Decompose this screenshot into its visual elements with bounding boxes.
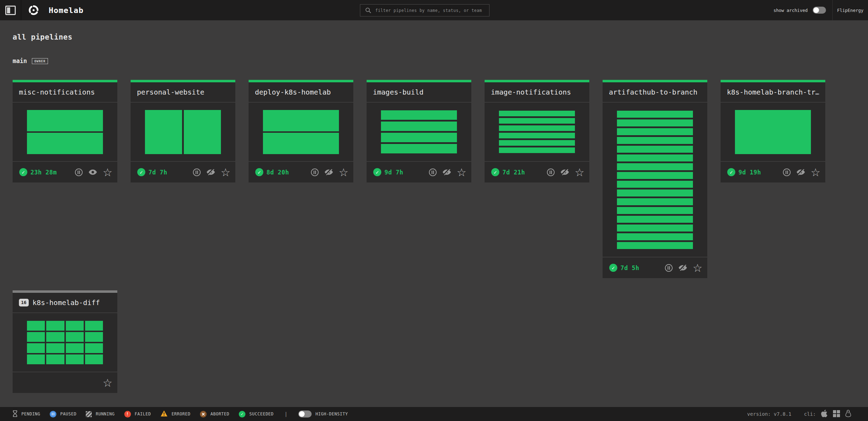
- pipeline-preview-area[interactable]: [13, 103, 117, 161]
- visibility-toggle-button[interactable]: [560, 169, 569, 175]
- sidebar-toggle-button[interactable]: [5, 6, 16, 15]
- job-box: [381, 144, 457, 153]
- visibility-toggle-button[interactable]: [206, 169, 215, 175]
- pause-circle-icon: [50, 411, 56, 417]
- pipeline-card-misc-notifications[interactable]: misc-notifications ✓ 23h 28m ☆: [13, 80, 117, 182]
- concourse-logo-icon[interactable]: [27, 3, 40, 17]
- instance-group-footer: ☆: [13, 372, 117, 393]
- pipeline-status-banner: [367, 80, 471, 82]
- check-circle-icon: ✓: [239, 411, 245, 417]
- visibility-toggle-button[interactable]: [88, 169, 97, 175]
- instance-group-card-k8s-homelab-diff[interactable]: 16 k8s-homelab-diff ☆: [13, 290, 117, 393]
- pipeline-name: images-build: [373, 88, 424, 96]
- job-box: [617, 146, 693, 153]
- pipeline-preview-area[interactable]: [367, 103, 471, 161]
- last-run-duration: 7d 7h: [148, 169, 167, 176]
- job-box: [85, 354, 103, 364]
- apple-cli-icon[interactable]: [821, 410, 828, 418]
- favorite-star-button[interactable]: ☆: [575, 168, 584, 177]
- pipeline-card-footer: ✓ 7d 7h ☆: [131, 162, 235, 182]
- pause-pipeline-button[interactable]: [311, 168, 319, 177]
- pipeline-status-banner: [13, 80, 117, 82]
- pipeline-preview-area[interactable]: [603, 103, 707, 257]
- visibility-toggle-button[interactable]: [442, 169, 451, 175]
- job-box: [145, 110, 182, 154]
- favorite-star-button[interactable]: ☆: [103, 378, 112, 387]
- favorite-star-button[interactable]: ☆: [811, 168, 820, 177]
- pipeline-preview-area[interactable]: [485, 103, 589, 161]
- warning-triangle-icon: [160, 410, 168, 418]
- linux-cli-icon[interactable]: [845, 410, 851, 418]
- instance-group-header[interactable]: 16 k8s-homelab-diff: [13, 293, 117, 312]
- user-menu[interactable]: FlipEnergy: [833, 8, 868, 13]
- pause-pipeline-button[interactable]: [665, 264, 673, 272]
- favorite-star-button[interactable]: ☆: [221, 168, 230, 177]
- instance-group-banner: [13, 290, 117, 293]
- succeeded-icon: ✓: [137, 168, 145, 176]
- legend-label: ABORTED: [210, 412, 229, 416]
- favorite-star-button[interactable]: ☆: [457, 168, 466, 177]
- job-box: [263, 110, 339, 131]
- succeeded-icon: ✓: [373, 168, 381, 176]
- pipeline-card-footer: ✓ 23h 28m ☆: [13, 162, 117, 182]
- job-box: [499, 140, 575, 146]
- pipeline-card-header[interactable]: k8s-homelab-branch-tr…: [721, 82, 825, 102]
- pause-pipeline-button[interactable]: [75, 168, 83, 177]
- succeeded-icon: ✓: [255, 168, 263, 176]
- exclamation-circle-icon: !: [124, 411, 131, 417]
- job-box: [27, 110, 103, 131]
- instance-group-grid-preview: [27, 321, 103, 364]
- pipeline-card-k8s-homelab-branch[interactable]: k8s-homelab-branch-tr… ✓ 9d 19h ☆: [721, 80, 825, 182]
- pipeline-card-images-build[interactable]: images-build ✓ 9d 7h ☆: [367, 80, 471, 182]
- instance-count-badge: 16: [19, 299, 29, 306]
- pipeline-name: deploy-k8s-homelab: [255, 88, 331, 96]
- pipeline-preview-area[interactable]: [721, 103, 825, 161]
- pause-pipeline-button[interactable]: [193, 168, 201, 177]
- succeeded-icon: ✓: [19, 168, 27, 176]
- favorite-star-button[interactable]: ☆: [103, 168, 112, 177]
- pipeline-card-header[interactable]: artifacthub-to-branch: [603, 82, 707, 102]
- job-box: [617, 216, 693, 223]
- job-box: [85, 321, 103, 331]
- job-box: [617, 233, 693, 240]
- job-box: [46, 343, 64, 353]
- pipeline-card-header[interactable]: personal-website: [131, 82, 235, 102]
- visibility-toggle-button[interactable]: [678, 265, 687, 271]
- pipeline-card-deploy-k8s-homelab[interactable]: deploy-k8s-homelab ✓ 8d 20h ☆: [249, 80, 353, 182]
- pipeline-jobs-preview: [27, 110, 103, 154]
- pause-pipeline-button[interactable]: [429, 168, 437, 177]
- pipeline-jobs-preview: [499, 111, 575, 153]
- favorite-star-button[interactable]: ☆: [693, 263, 702, 272]
- pipeline-card-header[interactable]: deploy-k8s-homelab: [249, 82, 353, 102]
- last-run-duration: 7d 5h: [620, 264, 639, 271]
- windows-cli-icon[interactable]: [833, 410, 840, 418]
- job-box: [27, 354, 45, 364]
- high-density-toggle[interactable]: [298, 410, 312, 417]
- job-box: [617, 128, 693, 135]
- pipeline-preview-area[interactable]: [249, 103, 353, 161]
- pipeline-card-footer: ✓ 7d 5h ☆: [603, 257, 707, 278]
- job-box: [617, 225, 693, 232]
- last-run-duration: 23h 28m: [30, 169, 57, 176]
- pipeline-card-header[interactable]: images-build: [367, 82, 471, 102]
- instance-group-preview-area[interactable]: [13, 313, 117, 372]
- pipeline-card-personal-website[interactable]: personal-website ✓ 7d 7h ☆: [131, 80, 235, 182]
- succeeded-icon: ✓: [727, 168, 735, 176]
- pipeline-card-header[interactable]: image-notifications: [485, 82, 589, 102]
- pause-pipeline-button[interactable]: [783, 168, 791, 177]
- pipeline-preview-area[interactable]: [131, 103, 235, 161]
- job-box: [617, 181, 693, 188]
- pipeline-card-header[interactable]: misc-notifications: [13, 82, 117, 102]
- search-input[interactable]: [375, 8, 489, 13]
- last-run-duration: 7d 21h: [502, 169, 525, 176]
- show-archived-label: show archived: [773, 8, 808, 13]
- visibility-toggle-button[interactable]: [324, 169, 333, 175]
- job-box: [617, 163, 693, 170]
- favorite-star-button[interactable]: ☆: [339, 168, 348, 177]
- pause-pipeline-button[interactable]: [547, 168, 555, 177]
- search-box[interactable]: [360, 4, 489, 16]
- show-archived-toggle[interactable]: [813, 7, 826, 14]
- pipeline-card-artifacthub-to-branch[interactable]: artifacthub-to-branch ✓ 7d 5h ☆: [603, 80, 707, 278]
- visibility-toggle-button[interactable]: [796, 169, 805, 175]
- pipeline-card-image-notifications[interactable]: image-notifications ✓ 7d 21h ☆: [485, 80, 589, 182]
